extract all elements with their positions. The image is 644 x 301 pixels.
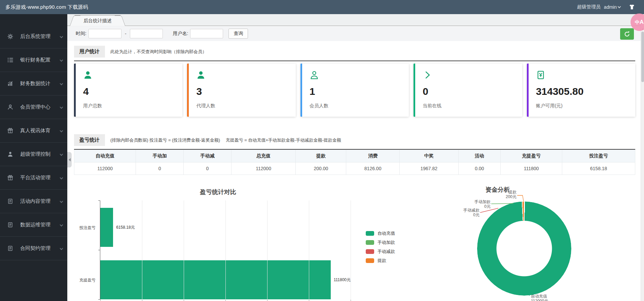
document-icon bbox=[7, 222, 15, 228]
refresh-button[interactable] bbox=[620, 28, 634, 40]
sidebar-item-bank[interactable]: 银行财务配置 bbox=[0, 48, 67, 72]
chevron-down-icon bbox=[60, 247, 63, 250]
time-to-input[interactable] bbox=[130, 29, 163, 38]
stat-value: 3 bbox=[196, 86, 295, 97]
sidebar-item-activity-content[interactable]: 活动内容管理 bbox=[0, 190, 67, 213]
sidebar-item-label: 超级管理控制 bbox=[20, 151, 50, 157]
grid-line bbox=[351, 200, 351, 300]
legend-swatch bbox=[366, 231, 374, 236]
x-axis-tick bbox=[100, 300, 101, 301]
stat-card-agents: 3 代理人数 bbox=[187, 64, 295, 117]
x-axis-tick bbox=[225, 300, 226, 301]
profit-column-header: 自动充值 bbox=[74, 150, 136, 162]
sidebar-collapse-handle[interactable] bbox=[67, 152, 72, 167]
user-stats-badge: 用户统计 bbox=[74, 46, 105, 58]
legend-item-manual-add[interactable]: 手动加款 bbox=[366, 238, 395, 247]
sidebar-item-label: 会员管理中心 bbox=[20, 104, 50, 110]
sidebar-item-contracts[interactable]: 合同契约管理 bbox=[0, 237, 67, 260]
theme-shirt-icon[interactable] bbox=[629, 4, 635, 10]
chevron-down-icon bbox=[60, 223, 63, 227]
time-from-input[interactable] bbox=[88, 29, 121, 38]
sidebar-item-platform-activities[interactable]: 平台活动管理 bbox=[0, 166, 67, 190]
tab-bar: 后台统计描述 bbox=[67, 14, 644, 26]
sidebar-item-live-sports[interactable]: 真人视讯体育 bbox=[0, 119, 67, 143]
grid-line bbox=[142, 200, 142, 300]
stat-cards-row: 4 用户总数 3 代理人数 1 会员人数 0 当前在线 314305.80 账户… bbox=[74, 64, 635, 117]
bar-chart-plot: 6158.18元 111800元 0元20,000元40,000元60,000元… bbox=[100, 200, 351, 300]
profit-column-header: 提款 bbox=[296, 150, 346, 162]
gift-icon bbox=[7, 175, 15, 181]
y-axis-tick bbox=[98, 250, 100, 250]
bar-chart-title: 盈亏统计对比 bbox=[200, 188, 236, 196]
chevron-down-icon bbox=[60, 35, 63, 38]
ordered-list-icon bbox=[7, 57, 15, 63]
profit-cell: 111800 bbox=[500, 162, 562, 175]
tab-dashboard[interactable]: 后台统计描述 bbox=[75, 15, 120, 26]
sidebar-item-system[interactable]: 后台系统管理 bbox=[0, 25, 67, 48]
stat-label: 账户可用(元) bbox=[536, 103, 635, 109]
profit-cell: 1967.82 bbox=[399, 162, 458, 175]
username-input[interactable] bbox=[190, 29, 223, 38]
profit-table: 自动充值手动加手动减总充值提款消费中奖活动充提盈亏投注盈亏 1120000011… bbox=[74, 150, 635, 175]
grid-line bbox=[309, 200, 309, 300]
scrollbar[interactable]: ▲ bbox=[641, 14, 644, 301]
pie-label-withdraw: 提款200元 bbox=[486, 190, 516, 199]
legend-item-auto-deposit[interactable]: 自动充值 bbox=[366, 229, 395, 238]
stat-value: 4 bbox=[83, 86, 182, 97]
sidebar-item-data-ops[interactable]: 数据运维管理 bbox=[0, 213, 67, 237]
profit-cell: 0 bbox=[136, 162, 184, 175]
grid-line bbox=[225, 200, 226, 300]
sidebar-item-label: 平台活动管理 bbox=[20, 175, 50, 181]
gift-icon bbox=[7, 128, 15, 134]
profit-cell: 0.00 bbox=[458, 162, 500, 175]
sidebar-item-super-admin[interactable]: 超级管理控制 bbox=[0, 143, 67, 166]
x-axis-tick bbox=[184, 300, 184, 301]
bar-value-label: 111800元 bbox=[334, 277, 351, 283]
y-axis-tick bbox=[98, 200, 100, 201]
profit-cell: 0 bbox=[184, 162, 231, 175]
username-label: 用户名: bbox=[173, 31, 188, 37]
time-label: 时间: bbox=[76, 31, 86, 37]
profit-cell: 8126.00 bbox=[346, 162, 399, 175]
user-role-label: 超级管理员 bbox=[577, 4, 601, 10]
stat-label: 代理人数 bbox=[196, 103, 295, 109]
app-title: 多乐游戏-www.php90.com 下载源码 bbox=[5, 4, 88, 10]
user-stats-note: 此处为总计，不受查询时间影响（排除内部会员） bbox=[110, 49, 207, 55]
sidebar-item-members[interactable]: 会员管理中心 bbox=[0, 96, 67, 119]
bar-value-label: 6158.18元 bbox=[116, 225, 135, 230]
legend-item-manual-subtract[interactable]: 手动减款 bbox=[366, 247, 395, 256]
user-outline-icon bbox=[310, 75, 319, 81]
chevron-right-icon bbox=[423, 75, 432, 81]
chevron-down-icon bbox=[60, 82, 63, 85]
scrollbar-thumb[interactable] bbox=[641, 32, 644, 82]
legend-item-withdraw[interactable]: 提款 bbox=[366, 256, 395, 265]
profit-column-header: 中奖 bbox=[399, 150, 458, 162]
chevron-down-icon bbox=[60, 153, 63, 156]
search-button[interactable]: 查询 bbox=[228, 29, 248, 39]
chevron-down-icon bbox=[618, 5, 621, 8]
user-menu[interactable]: admin bbox=[604, 4, 620, 10]
sidebar-item-label: 活动内容管理 bbox=[20, 198, 50, 204]
sidebar-item-label: 后台系统管理 bbox=[20, 33, 50, 40]
x-axis-tick bbox=[351, 300, 351, 301]
topbar: 多乐游戏-www.php90.com 下载源码 超级管理员 admin bbox=[0, 0, 644, 14]
sidebar-item-label: 数据运维管理 bbox=[20, 222, 50, 228]
profit-stats-note: (排除内部会员数据) 投注盈亏 = (投注消费金额-返奖金额) 充提盈亏 = 自… bbox=[110, 137, 341, 143]
x-axis-tick bbox=[267, 300, 267, 301]
gear-icon bbox=[7, 34, 15, 39]
pie-label-manual-add: 手动加款0元 bbox=[457, 199, 491, 209]
stat-label: 会员人数 bbox=[310, 103, 409, 109]
user-outline-icon bbox=[7, 104, 15, 110]
bar-chart-legend: 自动充值 手动加款 手动减款 提款 bbox=[366, 229, 395, 265]
chevron-down-icon bbox=[60, 129, 63, 133]
stat-value: 1 bbox=[310, 86, 409, 97]
stat-value: 314305.80 bbox=[536, 86, 635, 97]
profit-column-header: 手动加 bbox=[136, 150, 184, 162]
profit-table-header-row: 自动充值手动加手动减总充值提款消费中奖活动充提盈亏投注盈亏 bbox=[74, 150, 635, 162]
legend-swatch bbox=[366, 240, 374, 245]
sidebar-item-finance-stats[interactable]: 财务数据统计 bbox=[0, 72, 67, 96]
username: admin bbox=[604, 4, 617, 10]
main-panel: 用户统计 此处为总计，不受查询时间影响（排除内部会员） 4 用户总数 3 代理人… bbox=[67, 41, 644, 301]
x-axis-tick bbox=[309, 300, 309, 301]
profit-stats-badge: 盈亏统计 bbox=[74, 134, 105, 146]
